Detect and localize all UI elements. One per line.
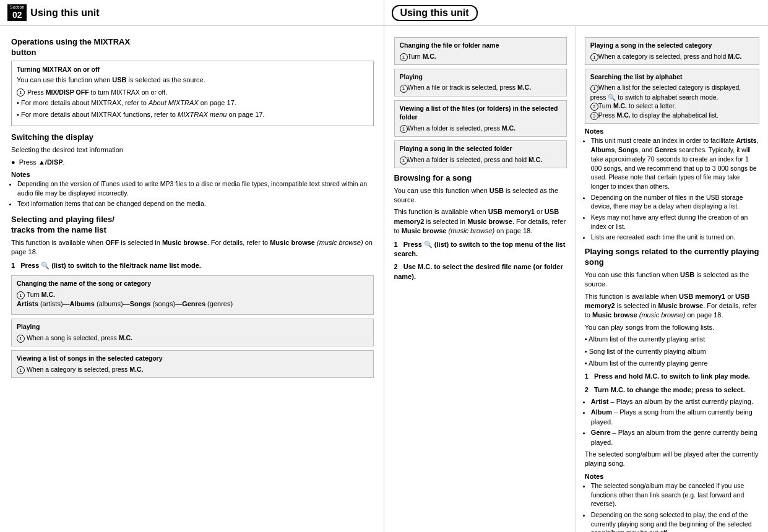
switching-section: Switching the display Selecting the desi… xyxy=(11,132,374,208)
rc-box3: Viewing a list of the files (or folders)… xyxy=(394,100,567,137)
browsing-note1: This unit must create an index in order … xyxy=(591,136,759,191)
selecting-body: This function is available when OFF is s… xyxy=(11,238,374,257)
playing-songs-section: Playing songs related to the currently p… xyxy=(585,247,759,532)
rc-box2-title: Playing xyxy=(400,72,561,82)
selecting-box2-title: Playing xyxy=(17,322,368,332)
browsing-section: Browsing for a song You can use this fun… xyxy=(394,173,567,281)
sel-box3-step1: 1 When a category is selected, press M.C… xyxy=(17,365,368,374)
playing-note2: Depending on the song selected to play, … xyxy=(591,510,759,532)
rc-box2: Playing 1When a file or track is selecte… xyxy=(394,69,567,97)
rc-box4: Playing a song in the selected folder 1W… xyxy=(394,140,567,168)
selecting-box1: Changing the name of the song or categor… xyxy=(11,275,374,315)
playing-songs-list1: • Album list of the currently playing ar… xyxy=(585,335,759,344)
mixtrax-note1: • For more details about MIXTRAX, refer … xyxy=(17,98,368,108)
playing-notes-heading: Notes xyxy=(585,473,759,480)
playing-songs-bullets: Artist – Plays an album by the artist cu… xyxy=(591,397,759,447)
selecting-box2: Playing 1 When a song is selected, press… xyxy=(11,319,374,346)
playing-songs-body3: You can play songs from the following li… xyxy=(585,323,759,332)
selecting-heading: Selecting and playing files/tracks from … xyxy=(11,215,374,236)
browsing-notes-list: This unit must create an index in order … xyxy=(591,136,759,242)
playing-songs-heading: Playing songs related to the currently p… xyxy=(585,247,759,268)
rr-box1-title: Playing a song in the selected category xyxy=(590,41,754,50)
right-left-subcol: Changing the file or folder name 1Turn M… xyxy=(384,26,576,532)
selecting-step1: 1 Press 🔍 (list) to switch to the file/t… xyxy=(11,261,374,270)
mixtrax-step1: 1 Press MIX/DISP OFF to turn MIXTRAX on … xyxy=(17,88,368,97)
switching-bullet: ● Press ▲/DISP. xyxy=(11,158,374,167)
browsing-step2: 2 Use M.C. to select the desired file na… xyxy=(394,262,567,281)
rc-box4-title: Playing a song in the selected folder xyxy=(400,144,561,153)
playing-notes-list: The selected song/album may be canceled … xyxy=(591,481,759,532)
sel-box2-step1: 1 When a song is selected, press M.C. xyxy=(17,333,368,343)
genre-bullet: Genre – Plays an album from the genre cu… xyxy=(591,428,759,447)
header-title-right: Using this unit xyxy=(392,5,478,21)
selecting-box3-title: Viewing a list of songs in the selected … xyxy=(17,354,368,363)
switching-heading: Switching the display xyxy=(11,132,374,143)
header-left: Section 02 Using this unit xyxy=(0,0,384,25)
browsing-notes-heading: Notes xyxy=(585,127,759,135)
playing-songs-step1: 1 Press and hold M.C. to switch to link … xyxy=(585,372,759,381)
mixtrax-box-title: Turning MIXTRAX on or off xyxy=(17,65,368,74)
main-content: Operations using the MIXTRAXbutton Turni… xyxy=(0,26,768,532)
step-num-1: 1 xyxy=(17,88,25,97)
mixtrax-heading: Operations using the MIXTRAXbutton xyxy=(11,37,374,58)
right-right-subcol: Playing a song in the selected category … xyxy=(576,26,768,532)
browsing-note2: Depending on the number of files in the … xyxy=(591,193,759,211)
mixtrax-info-box: Turning MIXTRAX on or off You can use th… xyxy=(11,61,374,127)
switching-notes-heading: Notes xyxy=(11,171,374,178)
artist-bullet: Artist – Plays an album by the artist cu… xyxy=(591,397,759,406)
right-column: Changing the file or folder name 1Turn M… xyxy=(384,26,769,532)
browsing-body2: This function is available when USB memo… xyxy=(394,207,567,236)
selecting-box3: Viewing a list of songs in the selected … xyxy=(11,350,374,378)
selecting-section: Selecting and playing files/tracks from … xyxy=(11,215,374,378)
playing-songs-list2: • Song list of the currently playing alb… xyxy=(585,347,759,356)
header-title-left: Using this unit xyxy=(30,7,99,19)
page-header: Section 02 Using this unit Using this un… xyxy=(0,0,768,26)
switching-note1: Depending on the version of iTunes used … xyxy=(17,179,374,197)
rr-box2-title: Searching the list by alphabet xyxy=(590,72,754,82)
browsing-note3: Keys may not have any effect during the … xyxy=(591,213,759,231)
rr-box1: Playing a song in the selected category … xyxy=(585,37,759,65)
browsing-heading: Browsing for a song xyxy=(394,173,567,184)
playing-songs-list3: • Album list of the currently playing ge… xyxy=(585,359,759,368)
rc-box1-title: Changing the file or folder name xyxy=(400,41,561,50)
mixtrax-section: Operations using the MIXTRAXbutton Turni… xyxy=(11,37,374,126)
playing-note1: The selected song/album may be canceled … xyxy=(591,481,759,508)
browsing-step1: 1 Press 🔍 (list) to switch to the top me… xyxy=(394,240,567,259)
switching-body: Selecting the desired text information xyxy=(11,145,374,155)
browsing-body1: You can use this function when USB is se… xyxy=(394,186,567,205)
mixtrax-note2: • For more details about MIXTRAX functio… xyxy=(17,110,368,119)
rr-box2: Searching the list by alphabet 1When a l… xyxy=(585,69,759,124)
rc-box3-title: Viewing a list of the files (or folders)… xyxy=(400,104,561,122)
switching-notes-list: Depending on the version of iTunes used … xyxy=(17,179,374,208)
left-column: Operations using the MIXTRAXbutton Turni… xyxy=(0,26,384,532)
album-bullet: Album – Plays a song from the album curr… xyxy=(591,408,759,427)
playing-songs-body2: This function is available when USB memo… xyxy=(585,292,759,320)
selecting-box1-title: Changing the name of the song or categor… xyxy=(17,279,368,288)
browsing-note4: Lists are recreated each time the unit i… xyxy=(591,233,759,242)
rc-box1: Changing the file or folder name 1Turn M… xyxy=(394,37,567,65)
header-right: Using this unit xyxy=(384,0,769,25)
mixtrax-line1: You can use this function when USB is se… xyxy=(17,75,368,85)
right-top-infoboxes: Changing the file or folder name 1Turn M… xyxy=(394,37,567,168)
section-badge: Section 02 xyxy=(7,4,27,21)
sel-box1-step1: 1 Turn M.C. xyxy=(17,290,368,299)
playing-songs-body1: You can use this function when USB is se… xyxy=(585,270,759,290)
switching-note2: Text information items that can be chang… xyxy=(17,199,374,208)
playing-songs-step2: 2 Turn M.C. to change the mode; press to… xyxy=(585,385,759,395)
playing-songs-note: The selected song/album will be played a… xyxy=(585,450,759,469)
